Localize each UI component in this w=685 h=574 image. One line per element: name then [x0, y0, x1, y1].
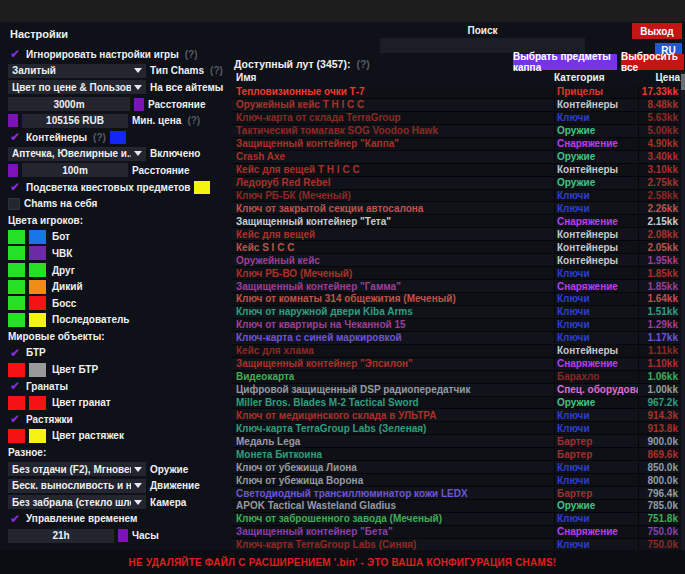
column-header-price[interactable]: Цена	[638, 72, 680, 86]
table-row[interactable]: Защищенный контейнер "Каппа"Снаряжение4.…	[232, 138, 680, 151]
table-row[interactable]: Ключ РБ-БК (Меченый)Ключи2.58kk	[232, 190, 680, 203]
dropdown[interactable]: Цвет по цене & Пользователь	[8, 80, 146, 94]
table-row[interactable]: Цифровой защищенный DSP радиопередатчикС…	[232, 384, 680, 397]
dropdown[interactable]: Аптечка, Ювелирные и...	[8, 147, 146, 161]
table-row[interactable]: Медаль LegaБартер900.0k	[232, 435, 680, 448]
table-row[interactable]: Защищенный контейнер "Тета"Снаряжение2.1…	[232, 215, 680, 228]
table-row[interactable]: Защищенный контейнер "Гамма"Снаряжение1.…	[232, 280, 680, 293]
table-row[interactable]: Ледоруб Red RebelОружие2.75kk	[232, 177, 680, 190]
color-swatch[interactable]	[29, 313, 46, 327]
color-swatch[interactable]	[29, 396, 46, 410]
color-swatch[interactable]	[29, 296, 46, 310]
color-swatch[interactable]	[8, 429, 25, 443]
table-row[interactable]: Тактический томагавк SOG Voodoo HawkОруж…	[232, 125, 680, 138]
table-row[interactable]: Ключ-карта TerraGroup Labs (Зеленая)Ключ…	[232, 422, 680, 435]
dropdown[interactable]: Беск. выносливость и нет уста	[8, 479, 146, 493]
color-swatch[interactable]	[8, 230, 25, 244]
item-name: Кейс для вещей T H I C C	[232, 164, 554, 175]
table-row[interactable]: Crash AxeОружие3.40kk	[232, 151, 680, 164]
table-row[interactable]: Кейс S I C CКонтейнеры2.05kk	[232, 241, 680, 254]
color-swatch[interactable]	[29, 363, 46, 377]
color-swatch[interactable]	[8, 164, 18, 177]
table-row[interactable]: Монета БиткоинаБартер869.6k	[232, 448, 680, 461]
checkbox-unchecked[interactable]	[8, 198, 20, 210]
dropdown[interactable]: Залитый	[8, 64, 146, 78]
checkbox-checked-icon[interactable]: ✔	[8, 180, 22, 194]
table-row[interactable]: Ключ от убежища ЛионаКлючи850.0k	[232, 461, 680, 474]
color-swatch[interactable]	[8, 363, 25, 377]
color-swatch[interactable]	[29, 280, 46, 294]
checkbox-checked-icon[interactable]: ✔	[8, 47, 22, 61]
table-row[interactable]: Кейс для хламаКонтейнеры1.11kk	[232, 345, 680, 358]
color-swatch[interactable]	[8, 246, 25, 260]
color-swatch[interactable]	[29, 230, 46, 244]
color-swatch[interactable]	[8, 263, 25, 277]
table-row[interactable]: APOK Tactical Wasteland GladiusОружие785…	[232, 500, 680, 513]
column-header-category[interactable]: Категория	[554, 72, 638, 86]
color-swatch[interactable]	[8, 313, 25, 327]
value-input[interactable]: 3000m	[8, 97, 130, 111]
checkbox-checked-icon[interactable]: ✔	[8, 130, 22, 144]
dropdown[interactable]: Без отдачи (F2), Мгновенное п	[8, 462, 146, 476]
table-row[interactable]: Оружейный кейсКонтейнеры1.95kk	[232, 254, 680, 267]
item-name: Ключ от комнаты 314 общежития (Меченый)	[232, 293, 554, 304]
item-category: Бартер	[554, 436, 638, 447]
color-swatch[interactable]	[8, 396, 25, 410]
table-row[interactable]: Ключ РБ-ВО (Меченый)Ключи1.85kk	[232, 267, 680, 280]
table-row[interactable]: Кейс для вещей T H I C CКонтейнеры3.10kk	[232, 164, 680, 177]
drop-all-button[interactable]: Выбросить все	[621, 54, 684, 70]
item-price: 1.29kk	[638, 319, 680, 330]
setting-label: Дикий	[52, 281, 83, 292]
table-row[interactable]: Кейс для вещейКонтейнеры2.08kk	[232, 228, 680, 241]
table-row[interactable]: Тепловизионные очки Т-7Прицелы17.33kk	[232, 86, 680, 99]
table-row[interactable]: Светодиодный трансиллюминатор кожи LEDXБ…	[232, 487, 680, 500]
exit-button[interactable]: Выход	[632, 23, 682, 39]
table-row[interactable]: Ключ от квартиры на Чеканной 15Ключи1.29…	[232, 319, 680, 332]
table-row[interactable]: Ключ от закрытой секции автосалонаКлючи2…	[232, 202, 680, 215]
checkbox-checked-icon[interactable]: ✔	[8, 512, 22, 526]
search-label: Поиск	[380, 25, 585, 36]
table-row[interactable]: Ключ от комнаты 314 общежития (Меченый)К…	[232, 293, 680, 306]
settings-row: Цвета игроков:	[8, 212, 230, 229]
scrollbar-thumb[interactable]	[681, 74, 685, 90]
color-swatch[interactable]	[110, 131, 126, 144]
table-row[interactable]: Ключ-карта с синей маркировкойКлючи1.17k…	[232, 332, 680, 345]
table-row[interactable]: Оружейный кейс T H I C CКонтейнеры8.48kk	[232, 99, 680, 112]
color-swatch[interactable]	[29, 263, 46, 277]
color-swatch[interactable]	[118, 529, 128, 542]
table-row[interactable]: Защищенный контейнер "Бета"Снаряжение750…	[232, 526, 680, 539]
table-row[interactable]: Ключ от медицинского склада в УЛЬТРАКлюч…	[232, 409, 680, 422]
item-price: 1.11kk	[638, 345, 680, 356]
color-swatch[interactable]	[194, 181, 210, 194]
table-row[interactable]: Miller Bros. Blades M-2 Tactical SwordОр…	[232, 397, 680, 410]
table-scrollbar[interactable]	[681, 72, 685, 552]
color-swatch[interactable]	[29, 429, 46, 443]
table-row[interactable]: Ключ-карта от склада TerraGroupКлючи5.63…	[232, 112, 680, 125]
item-category: Бартер	[554, 449, 638, 460]
item-price: 3.40kk	[638, 151, 680, 162]
color-swatch[interactable]	[8, 296, 25, 310]
setting-label: Контейнеры	[26, 132, 87, 143]
value-input[interactable]: 100m	[22, 163, 128, 177]
table-row[interactable]: Ключ от наружной двери Kiba ArmsКлючи1.5…	[232, 306, 680, 319]
checkbox-checked-icon[interactable]: ✔	[8, 412, 22, 426]
color-swatch[interactable]	[29, 246, 46, 260]
table-row[interactable]: Защищенный контейнер "Эпсилон"Снаряжение…	[232, 358, 680, 371]
select-kappa-items-button[interactable]: Выбрать предметы каппа	[513, 54, 617, 70]
item-price: 1.10kk	[638, 358, 680, 369]
column-header-name[interactable]: Имя	[232, 72, 554, 86]
color-swatch[interactable]	[8, 114, 18, 127]
table-row[interactable]: Ключ от заброшенного завода (Меченый)Клю…	[232, 513, 680, 526]
settings-row: Chams на себя	[8, 195, 230, 212]
settings-row: 21hЧасы	[8, 527, 230, 544]
dropdown[interactable]: Без забрала (стекло шлема)	[8, 495, 146, 509]
color-swatch[interactable]	[8, 280, 25, 294]
value-input[interactable]: 21h	[8, 529, 114, 543]
settings-row: Друг	[8, 262, 230, 279]
checkbox-checked-icon[interactable]: ✔	[8, 379, 22, 393]
table-row[interactable]: ВидеокартаБарахло1.06kk	[232, 371, 680, 384]
checkbox-checked-icon[interactable]: ✔	[8, 346, 22, 360]
table-row[interactable]: Ключ от убежища ВоронаКлючи800.0k	[232, 474, 680, 487]
color-swatch[interactable]	[134, 98, 144, 111]
value-input[interactable]: 105156 RUB	[22, 114, 128, 128]
